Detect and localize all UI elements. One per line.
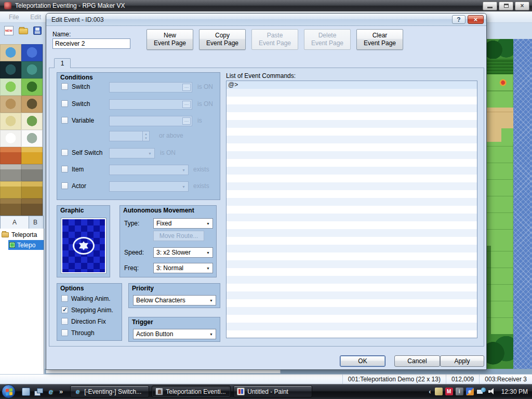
menu-file[interactable]: File [3,14,24,21]
movement-speed-combo[interactable]: 3: x2 Slower [153,247,213,258]
scheduler-icon[interactable] [435,388,443,395]
button-label: Event Page [364,39,396,47]
graphic-groupbox: Graphic [57,205,110,277]
button-label: Paste [267,32,283,39]
tileset-tile[interactable] [0,198,21,216]
main-window-titlebar: Teleportation Eventing - RPG Maker VX × [0,0,532,11]
event-graphic-preview[interactable] [61,218,106,273]
copy-event-page-button[interactable]: Copy Event Page [199,29,246,50]
tileset-tab-b[interactable]: B [29,216,44,229]
switch-windows-icon[interactable] [34,388,43,396]
tray-collapse-chevron[interactable]: ‹ [429,388,431,395]
menu-edit[interactable]: Edit [24,14,47,21]
status-map-info: 001:Teleportation Demo (22 x 13) [342,375,446,384]
switch2-suffix: is ON [197,100,213,108]
open-project-icon[interactable] [19,28,28,34]
direction-fix-checkbox[interactable] [61,318,68,325]
task-button-rpg-maker[interactable]: Teleportation Eventi... [152,385,231,397]
tileset-tile[interactable] [0,96,21,113]
tileset-tab-a[interactable]: A [0,216,29,229]
ok-button[interactable]: OK [340,355,385,367]
switch1-checkbox[interactable] [61,83,68,90]
combo-value: Action Button [136,330,173,338]
button-label: New [164,32,176,39]
map-tile-grass[interactable] [486,91,513,108]
clock[interactable]: 12:30 PM [501,388,528,395]
dialog-close-button[interactable] [468,15,484,24]
tree-item-map[interactable]: Telepo [0,240,44,250]
tileset-tile[interactable] [21,96,43,113]
tileset-tile[interactable] [21,61,43,78]
movement-freq-combo[interactable]: 3: Normal [153,263,213,273]
command-line[interactable]: @> [227,81,477,89]
trigger-combo[interactable]: Action Button [133,329,216,339]
screen: Teleportation Eventing - RPG Maker VX × … [0,0,532,399]
tileset-tile[interactable] [21,78,43,96]
network-icon[interactable] [476,388,486,395]
clear-event-page-button[interactable]: Clear Event Page [356,29,403,50]
tileset-tile[interactable] [21,130,43,147]
restore-button[interactable] [499,2,513,10]
map-tile-sand[interactable] [486,108,513,128]
start-button[interactable] [2,384,16,398]
tileset-tile[interactable] [0,164,21,181]
tileset-tile[interactable] [0,181,21,198]
tileset-tile[interactable] [21,44,43,61]
map-tile-grass[interactable] [486,142,513,246]
tileset-tile[interactable] [21,164,43,181]
map-tile-tree[interactable] [486,334,513,369]
tileset-tile[interactable] [21,181,43,198]
map-tile-sandgrass[interactable] [486,128,513,142]
item-checkbox[interactable] [61,166,68,172]
stepping-anim-checkbox[interactable] [61,307,68,313]
tileset-tile[interactable] [21,198,43,216]
quick-launch-overflow-chevron[interactable]: » [59,388,63,395]
actor-checkbox[interactable] [61,182,68,189]
e-tray-icon[interactable]: e [466,388,474,395]
volume-icon[interactable] [488,388,497,395]
minimize-icon [487,7,493,8]
dialog-help-button[interactable]: ? [452,15,466,24]
close-button[interactable]: × [515,2,529,10]
ati-icon[interactable]: i [456,388,463,395]
movement-type-combo[interactable]: Fixed [153,218,213,229]
mcafee-icon[interactable]: M [445,388,453,395]
tileset-tile[interactable] [21,113,43,130]
tree-item-selected[interactable]: Telepo [8,240,44,250]
task-button-browser[interactable]: e [-Eventing-] Switch... [70,385,149,397]
self-switch-checkbox[interactable] [61,149,68,156]
event-commands-list[interactable]: @> [226,81,477,338]
tileset-tile[interactable] [0,78,21,96]
tileset-tile[interactable] [0,44,21,61]
tileset-tile[interactable] [0,113,21,130]
tileset-tile[interactable] [21,147,43,164]
new-project-icon[interactable] [4,26,14,35]
map-tiles [486,39,513,370]
map-tile-grass2[interactable] [486,246,513,334]
apply-button[interactable]: Apply [440,355,484,367]
task-button-paint[interactable]: Untitled - Paint [233,385,312,397]
tileset-tile[interactable] [0,61,21,78]
tree-item-project[interactable]: Teleporta [0,229,44,240]
walking-anim-checkbox[interactable] [61,295,68,302]
map-tile-tree[interactable] [486,39,513,59]
minimize-button[interactable] [483,2,497,10]
save-project-icon[interactable] [33,26,42,35]
chevron-down-icon [206,222,210,226]
tab-page-1[interactable]: 1 [54,58,71,68]
scrollbar-thumb[interactable] [46,369,281,374]
cancel-button[interactable]: Cancel [394,355,440,367]
name-input[interactable] [52,38,130,49]
map-tile-flower[interactable] [486,74,513,91]
new-event-page-button[interactable]: New Event Page [147,29,193,50]
priority-combo[interactable]: Below Characters [133,295,216,305]
map-view[interactable] [486,39,532,370]
map-tile-bush[interactable] [486,59,513,74]
tileset-tile[interactable] [0,147,21,164]
internet-explorer-icon[interactable]: e [47,388,55,396]
variable-checkbox[interactable] [61,117,68,124]
tileset-tile[interactable] [0,130,21,147]
show-desktop-icon[interactable] [22,388,30,396]
through-checkbox[interactable] [61,329,68,336]
switch2-checkbox[interactable] [61,100,68,107]
